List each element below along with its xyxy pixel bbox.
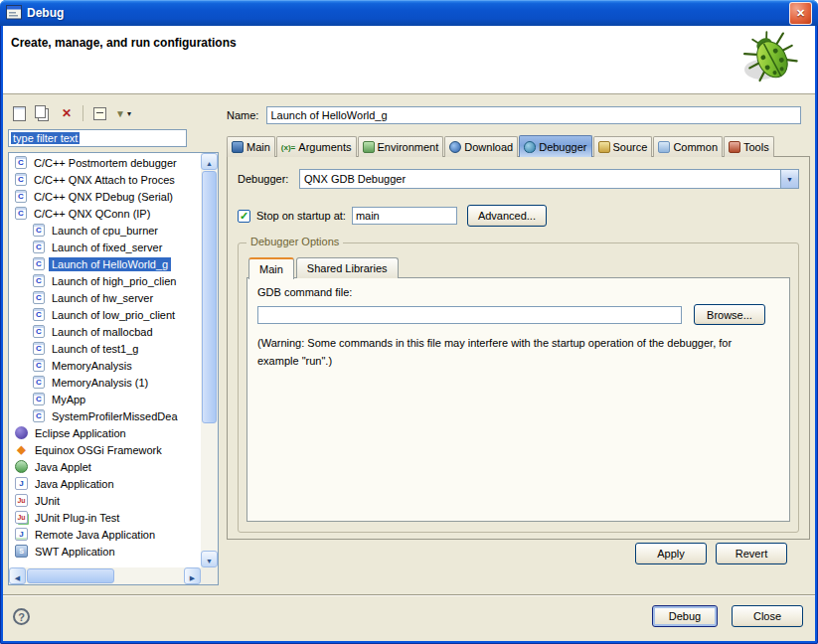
tab-arguments[interactable]: (x)=Arguments [276,136,357,157]
tab-label: Download [464,141,513,153]
advanced-button[interactable]: Advanced... [467,205,547,227]
tree-item[interactable]: JJava Application [9,475,201,492]
duplicate-icon [35,105,46,118]
tree-item[interactable]: CMyApp [9,391,201,407]
main-tab-icon [232,141,244,153]
close-button[interactable]: Close [732,605,803,627]
dialog-footer: ? Debug Close [3,594,815,641]
debugger-combobox[interactable]: QNX GDB Debugger [299,169,799,189]
tree-item[interactable]: CLaunch of hw_server [9,289,201,306]
junit-icon: Ju [15,494,28,507]
revert-button[interactable]: Revert [716,543,787,564]
tree-item[interactable]: ◆Equinox OSGi Framework [9,441,201,458]
tree-item[interactable]: JuJUnit Plug-in Test [9,509,201,526]
tree-item-label: Launch of high_prio_clien [49,274,179,288]
tree-item[interactable]: CC/C++ QNX PDebug (Serial) [9,188,201,205]
tree-vertical-scrollbar[interactable] [201,153,218,567]
java-app-icon: J [15,477,28,490]
name-input[interactable] [266,106,801,124]
c-app-icon: C [33,393,45,405]
help-button[interactable]: ? [13,608,30,625]
options-tab-label: Main [259,263,283,275]
delete-config-button[interactable] [56,103,78,123]
scroll-right-button[interactable] [184,567,201,584]
tab-label: Tools [743,141,769,153]
tree-item[interactable]: CLaunch of fixed_server [9,239,201,255]
c-app-icon: C [15,173,27,186]
c-app-icon: C [33,241,45,253]
tree-item[interactable]: JRemote Java Application [9,526,201,543]
tree-item-label: C/C++ QNX QConn (IP) [31,207,153,221]
tab-environment[interactable]: Environment [358,136,444,157]
tab-main[interactable]: Main [227,136,275,157]
vertical-scroll-thumb[interactable] [202,171,217,423]
tree-item[interactable]: CC/C++ QNX Attach to Proces [9,171,201,188]
tree-item[interactable]: CLaunch of high_prio_clien [9,272,201,289]
stop-on-startup-checkbox[interactable] [238,210,250,223]
browse-button[interactable]: Browse... [694,304,765,325]
gdb-command-file-input[interactable] [257,306,682,324]
debug-dialog: Debug Create, manage, and run configurat… [0,0,818,644]
combobox-dropdown-button[interactable] [780,170,798,188]
tree-horizontal-scrollbar[interactable] [9,567,201,584]
tree-item-label: Launch of cpu_burner [49,224,161,238]
tree-item[interactable]: CC/C++ Postmortem debugger [9,154,201,171]
apply-button[interactable]: Apply [635,543,707,564]
tree-item[interactable]: CLaunch of HelloWorld_g [9,255,201,272]
tree-item[interactable]: CMemoryAnalysis (1) [9,374,201,391]
c-app-icon: C [33,342,45,355]
tree-item[interactable]: CLaunch of mallocbad [9,323,201,340]
tree-item[interactable]: CSystemProfilerMissedDea [9,407,201,424]
options-tab-shared-libraries[interactable]: Shared Libraries [296,257,399,278]
gdb-command-file-row: Browse... [257,304,779,325]
tree-item[interactable]: SSWT Application [9,543,201,560]
collapse-all-button[interactable] [88,103,110,123]
c-app-icon: C [33,257,45,270]
tree-item-label: JUnit Plug-in Test [32,511,122,525]
tree-item-label: Remote Java Application [32,528,158,542]
close-window-button[interactable] [789,2,812,25]
configurations-treebox: CC/C++ Postmortem debuggerCC/C++ QNX Att… [8,152,219,585]
tree-item[interactable]: Eclipse Application [9,424,201,441]
tree-item[interactable]: CLaunch of test1_g [9,340,201,357]
config-tab-bar: Main(x)=ArgumentsEnvironmentDownloadDebu… [227,135,810,157]
horizontal-scroll-thumb[interactable] [27,568,114,583]
c-app-icon: C [33,325,45,338]
tree-item[interactable]: CC/C++ QNX QConn (IP) [9,205,201,222]
options-tab-main[interactable]: Main [248,257,294,279]
dialog-title: Create, manage, and run configurations [11,36,237,50]
scroll-left-button[interactable] [9,567,26,584]
tab-common[interactable]: Common [653,136,723,157]
source-tab-icon [598,141,610,153]
c-app-icon: C [33,224,45,237]
tab-source[interactable]: Source [593,136,653,157]
left-toolbar [8,101,219,125]
tree-item[interactable]: CMemoryAnalysis [9,357,201,374]
filter-button[interactable] [112,103,134,123]
filter-input[interactable]: type filter text [8,129,187,147]
tree-item[interactable]: CLaunch of cpu_burner [9,222,201,239]
tab-debugger[interactable]: Debugger [519,135,591,157]
debugger-row: Debugger: QNX GDB Debugger [238,169,799,189]
tab-label: Environment [378,141,439,153]
tools-tab-icon [729,141,740,153]
footer-buttons: Debug Close [652,605,803,627]
tree-item[interactable]: JuJUnit [9,492,201,509]
new-config-button[interactable] [8,103,30,123]
titlebar: Debug [0,0,818,26]
duplicate-config-button[interactable] [32,103,54,123]
tree-item-label: Equinox OSGi Framework [32,443,165,457]
tab-tools[interactable]: Tools [724,136,774,157]
c-app-icon: C [33,376,45,389]
debug-button[interactable]: Debug [652,605,718,627]
tree-item-label: SystemProfilerMissedDea [49,409,181,423]
tree-item[interactable]: CLaunch of low_prio_client [9,306,201,323]
tree-item[interactable]: Java Applet [9,458,201,475]
scroll-up-button[interactable] [201,153,218,170]
scroll-down-button[interactable] [201,551,218,567]
toolbar-separator [82,105,83,121]
stop-on-startup-input[interactable] [352,207,457,225]
tree-item-label: Launch of HelloWorld_g [49,257,171,271]
tab-download[interactable]: Download [444,136,518,157]
new-icon [13,106,26,121]
